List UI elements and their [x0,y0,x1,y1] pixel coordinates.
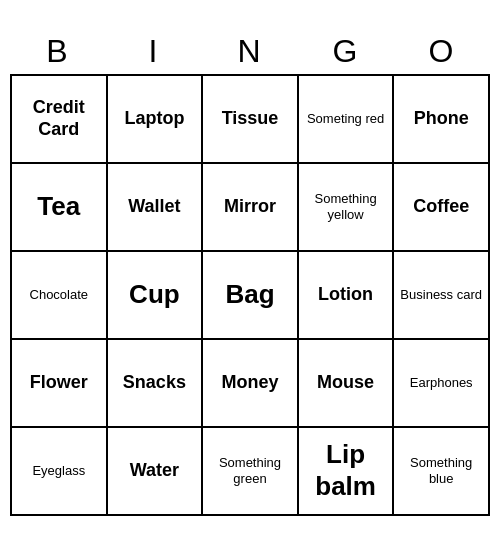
cell-r4-c4: Something blue [394,428,490,516]
bingo-card: BINGO Credit CardLaptopTissueSometing re… [10,29,490,516]
cell-r3-c4: Earphones [394,340,490,428]
cell-text-r3-c4: Earphones [410,375,473,391]
cell-r2-c4: Business card [394,252,490,340]
cell-text-r0-c4: Phone [414,108,469,130]
cell-r1-c4: Coffee [394,164,490,252]
cell-r2-c1: Cup [108,252,204,340]
cell-text-r1-c4: Coffee [413,196,469,218]
cell-text-r1-c2: Mirror [224,196,276,218]
cell-text-r2-c3: Lotion [318,284,373,306]
cell-text-r2-c0: Chocolate [30,287,89,303]
cell-r0-c2: Tissue [203,76,299,164]
cell-r3-c1: Snacks [108,340,204,428]
cell-r1-c3: Something yellow [299,164,395,252]
cell-text-r3-c3: Mouse [317,372,374,394]
cell-text-r3-c0: Flower [30,372,88,394]
cell-text-r4-c1: Water [130,460,179,482]
bingo-header: BINGO [10,29,490,74]
cell-r1-c0: Tea [12,164,108,252]
cell-text-r4-c0: Eyeglass [32,463,85,479]
cell-text-r2-c2: Bag [225,279,274,310]
cell-r2-c0: Chocolate [12,252,108,340]
cell-r0-c4: Phone [394,76,490,164]
cell-text-r3-c1: Snacks [123,372,186,394]
cell-r2-c3: Lotion [299,252,395,340]
cell-r0-c3: Someting red [299,76,395,164]
cell-r3-c0: Flower [12,340,108,428]
cell-text-r0-c1: Laptop [124,108,184,130]
cell-text-r4-c3: Lip balm [303,439,389,501]
header-letter-B: B [10,29,106,74]
cell-text-r0-c3: Someting red [307,111,384,127]
header-letter-I: I [106,29,202,74]
cell-r4-c3: Lip balm [299,428,395,516]
header-letter-G: G [298,29,394,74]
bingo-grid: Credit CardLaptopTissueSometing redPhone… [10,74,490,516]
cell-text-r3-c2: Money [221,372,278,394]
cell-text-r1-c3: Something yellow [303,191,389,222]
cell-r2-c2: Bag [203,252,299,340]
cell-r0-c0: Credit Card [12,76,108,164]
cell-r4-c1: Water [108,428,204,516]
cell-text-r4-c2: Something green [207,455,293,486]
cell-text-r1-c0: Tea [37,191,80,222]
cell-text-r0-c0: Credit Card [16,97,102,140]
cell-text-r4-c4: Something blue [398,455,484,486]
cell-r3-c3: Mouse [299,340,395,428]
header-letter-N: N [202,29,298,74]
cell-text-r2-c1: Cup [129,279,180,310]
cell-r4-c2: Something green [203,428,299,516]
cell-r0-c1: Laptop [108,76,204,164]
cell-r1-c1: Wallet [108,164,204,252]
header-letter-O: O [394,29,490,74]
cell-text-r0-c2: Tissue [222,108,279,130]
cell-r1-c2: Mirror [203,164,299,252]
cell-r4-c0: Eyeglass [12,428,108,516]
cell-r3-c2: Money [203,340,299,428]
cell-text-r1-c1: Wallet [128,196,180,218]
cell-text-r2-c4: Business card [400,287,482,303]
